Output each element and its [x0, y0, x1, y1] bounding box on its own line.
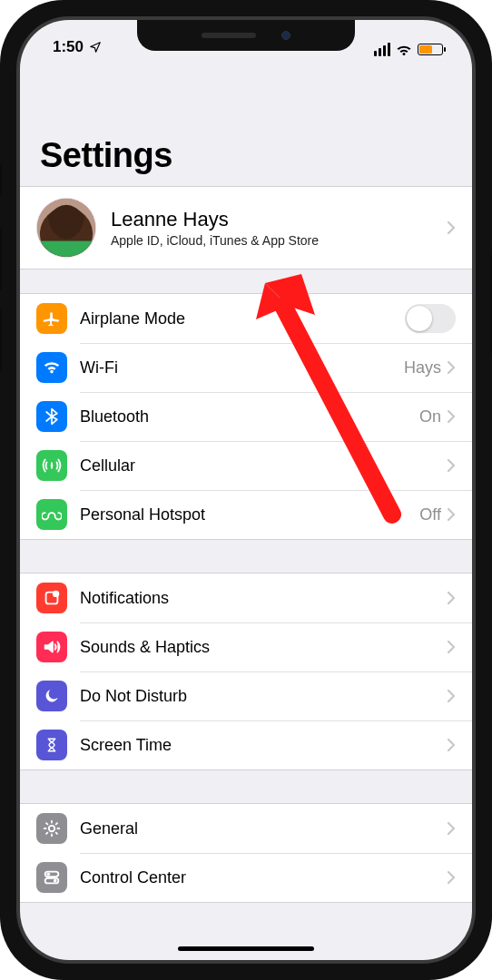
screentime-row[interactable]: Screen Time	[20, 720, 472, 769]
dnd-row[interactable]: Do Not Disturb	[20, 671, 472, 720]
row-label: Bluetooth	[80, 407, 419, 426]
bluetooth-icon	[36, 401, 67, 432]
row-label: Notifications	[80, 589, 447, 608]
row-label: Control Center	[80, 868, 447, 887]
notifications-icon	[36, 583, 67, 613]
svg-point-7	[49, 826, 54, 831]
chevron-right-icon	[447, 507, 456, 522]
row-value: Off	[419, 505, 441, 524]
page-title: Settings	[20, 60, 472, 186]
system-group: General Control Center	[20, 803, 472, 903]
row-label: Cellular	[80, 456, 447, 475]
avatar	[36, 198, 96, 258]
airplane-mode-row[interactable]: Airplane Mode	[20, 294, 472, 343]
cellular-signal-icon	[374, 43, 390, 56]
chevron-right-icon	[447, 458, 456, 473]
svg-point-4	[51, 465, 54, 467]
control-center-icon	[36, 862, 67, 893]
hourglass-icon	[36, 730, 67, 760]
airplane-icon	[36, 303, 67, 334]
sounds-icon	[36, 632, 67, 662]
volume-down-button	[0, 309, 2, 372]
gear-icon	[36, 813, 67, 844]
svg-point-6	[53, 591, 59, 597]
row-value: Hays	[404, 358, 441, 377]
notifications-row[interactable]: Notifications	[20, 573, 472, 622]
svg-point-11	[54, 879, 57, 883]
row-label: Do Not Disturb	[80, 687, 447, 706]
chevron-right-icon	[447, 870, 456, 885]
row-label: General	[80, 819, 447, 838]
row-label: Wi-Fi	[80, 358, 404, 377]
row-label: Personal Hotspot	[80, 505, 419, 524]
screen: 1:50 Settings	[20, 20, 472, 960]
moon-icon	[36, 681, 67, 711]
hotspot-row[interactable]: Personal Hotspot Off	[20, 490, 472, 539]
hotspot-icon	[36, 499, 67, 530]
wifi-icon	[396, 44, 412, 56]
wifi-row[interactable]: Wi-Fi Hays	[20, 343, 472, 392]
chevron-right-icon	[447, 409, 456, 424]
chevron-right-icon	[447, 821, 456, 836]
chevron-right-icon	[447, 360, 456, 375]
row-value: On	[419, 407, 441, 426]
chevron-right-icon	[447, 220, 456, 235]
airplane-toggle[interactable]	[405, 304, 456, 333]
home-indicator[interactable]	[178, 946, 314, 951]
battery-icon	[418, 44, 443, 55]
notch	[137, 20, 355, 51]
control-center-row[interactable]: Control Center	[20, 853, 472, 902]
status-time: 1:50	[53, 38, 84, 56]
cellular-row[interactable]: Cellular	[20, 441, 472, 490]
network-group: Airplane Mode Wi-Fi Hays	[20, 293, 472, 540]
apple-id-row[interactable]: Leanne Hays Apple ID, iCloud, iTunes & A…	[20, 187, 472, 269]
profile-subtitle: Apple ID, iCloud, iTunes & App Store	[111, 233, 447, 248]
general-row[interactable]: General	[20, 804, 472, 853]
profile-group: Leanne Hays Apple ID, iCloud, iTunes & A…	[20, 186, 472, 270]
sounds-row[interactable]: Sounds & Haptics	[20, 622, 472, 671]
phone-frame: 1:50 Settings	[0, 0, 492, 980]
mute-switch	[0, 163, 2, 196]
activity-group: Notifications Sounds & Haptics	[20, 573, 472, 770]
cellular-icon	[36, 450, 67, 481]
bluetooth-row[interactable]: Bluetooth On	[20, 392, 472, 441]
row-label: Sounds & Haptics	[80, 638, 447, 657]
volume-up-button	[0, 227, 2, 290]
row-label: Screen Time	[80, 736, 447, 755]
profile-name: Leanne Hays	[111, 208, 447, 231]
chevron-right-icon	[447, 738, 456, 752]
wifi-settings-icon	[36, 352, 67, 383]
svg-point-9	[47, 873, 51, 877]
row-label: Airplane Mode	[80, 309, 405, 328]
chevron-right-icon	[447, 689, 456, 703]
chevron-right-icon	[447, 640, 456, 654]
location-icon	[89, 41, 102, 54]
svg-rect-3	[37, 241, 95, 257]
chevron-right-icon	[447, 591, 456, 605]
